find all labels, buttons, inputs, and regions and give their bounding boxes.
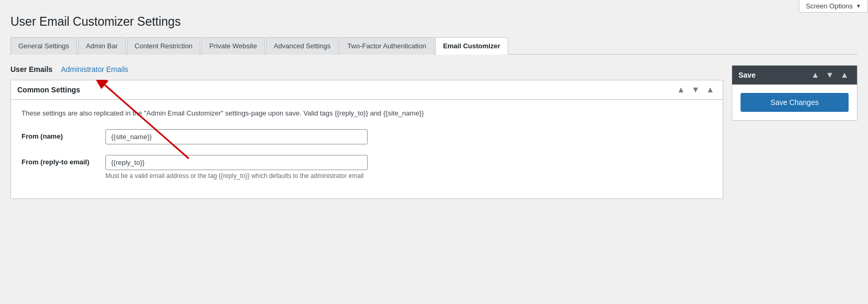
from-reply-to-field: Must be a valid email address or the tag… bbox=[105, 155, 712, 180]
tab-email-customizer[interactable]: Email Customizer bbox=[435, 37, 508, 55]
from-reply-to-hint: Must be a valid email address or the tag… bbox=[105, 172, 712, 180]
postbox-header: Common Settings ▲ ▼ ▲ bbox=[11, 80, 723, 100]
content-area: User Emails Administrator Emails Common … bbox=[10, 65, 858, 199]
main-content: User Emails Administrator Emails Common … bbox=[10, 65, 723, 199]
from-reply-to-input[interactable] bbox=[105, 155, 368, 170]
screen-options-button[interactable]: Screen Options ▼ bbox=[799, 0, 868, 13]
from-name-field bbox=[105, 129, 712, 144]
common-settings-postbox: Common Settings ▲ ▼ ▲ These settings are… bbox=[10, 80, 723, 199]
postbox-title: Common Settings bbox=[17, 86, 80, 94]
tab-two-factor-auth[interactable]: Two-Factor Authentication bbox=[339, 37, 434, 55]
postbox-down-button[interactable]: ▼ bbox=[689, 85, 702, 95]
save-box-up-button[interactable]: ▲ bbox=[809, 70, 821, 80]
info-text: These settings are also replicated in th… bbox=[22, 108, 712, 119]
tab-private-website[interactable]: Private Website bbox=[201, 37, 265, 55]
sub-tab-user-emails[interactable]: User Emails bbox=[10, 65, 52, 74]
screen-options-label: Screen Options bbox=[806, 2, 853, 10]
save-box-down-button[interactable]: ▼ bbox=[823, 70, 836, 80]
sidebar: Save ▲ ▼ ▲ Save Changes bbox=[732, 65, 858, 121]
page-title: User Email Customizer Settings bbox=[10, 15, 858, 29]
postbox-body: These settings are also replicated in th… bbox=[11, 100, 723, 198]
postbox-collapse-button[interactable]: ▲ bbox=[704, 85, 716, 95]
save-box-header: Save ▲ ▼ ▲ bbox=[732, 66, 857, 85]
save-box-collapse-button[interactable]: ▲ bbox=[838, 70, 851, 80]
screen-options-bar: Screen Options ▼ bbox=[799, 0, 868, 13]
from-reply-to-label: From (reply-to email) bbox=[22, 155, 105, 166]
postbox-up-button[interactable]: ▲ bbox=[674, 85, 687, 95]
tab-admin-bar[interactable]: Admin Bar bbox=[78, 37, 126, 55]
sub-tabs: User Emails Administrator Emails bbox=[10, 65, 723, 74]
nav-tabs: General Settings Admin Bar Content Restr… bbox=[10, 37, 858, 55]
save-box-controls: ▲ ▼ ▲ bbox=[809, 70, 851, 80]
save-box-title: Save bbox=[738, 71, 756, 79]
tab-general-settings[interactable]: General Settings bbox=[10, 37, 77, 55]
save-changes-button[interactable]: Save Changes bbox=[741, 93, 849, 112]
from-name-label: From (name) bbox=[22, 129, 105, 140]
from-name-row: From (name) bbox=[22, 129, 712, 144]
save-box: Save ▲ ▼ ▲ Save Changes bbox=[732, 65, 858, 121]
from-name-input[interactable] bbox=[105, 129, 368, 144]
from-reply-to-row: From (reply-to email) Must be a valid em… bbox=[22, 155, 712, 180]
save-box-body: Save Changes bbox=[732, 85, 857, 120]
screen-options-chevron-icon: ▼ bbox=[856, 3, 861, 9]
tab-content-restriction[interactable]: Content Restriction bbox=[127, 37, 201, 55]
tab-advanced-settings[interactable]: Advanced Settings bbox=[266, 37, 338, 55]
postbox-controls: ▲ ▼ ▲ bbox=[674, 85, 716, 95]
sub-tab-administrator-emails[interactable]: Administrator Emails bbox=[61, 65, 128, 74]
